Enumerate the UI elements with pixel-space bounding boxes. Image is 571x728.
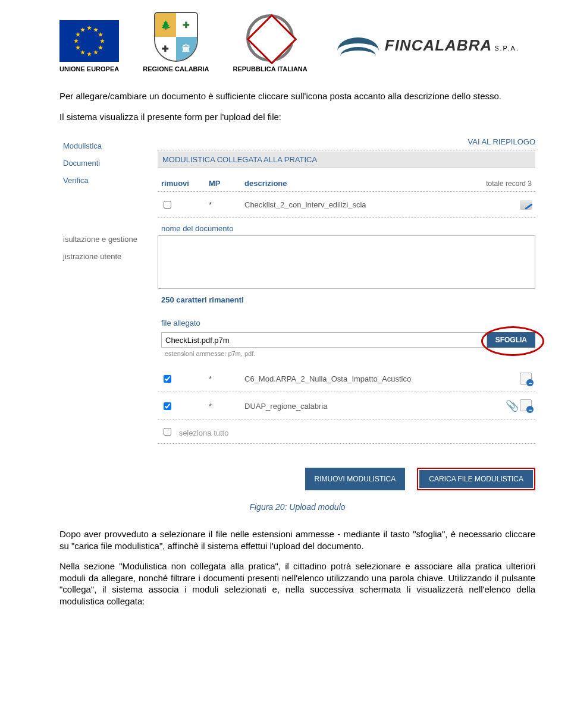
sfoglia-button[interactable]: SFOGLIA (487, 332, 535, 348)
col-total: totale record 3 (486, 179, 532, 188)
panel-title: MODULISTICA COLLEGATA ALLA PRATICA (158, 152, 535, 168)
col-desc: descrizione (244, 179, 486, 188)
logo-eu: ★ ★ ★ ★ ★ ★ ★ ★ ★ ★ ★ ★ UNIONE EUROPEA (59, 20, 119, 73)
doc-remove-icon[interactable] (520, 399, 532, 411)
fincalabra-swoosh-icon (337, 29, 379, 62)
rimuovi-modulistica-button[interactable]: RIMUOVI MODULISTICA (305, 468, 406, 490)
sidebar-item-registr[interactable]: jistrazione utente (59, 248, 158, 265)
sidebar-item-modulistica[interactable]: Modulistica (59, 137, 158, 155)
eu-label: UNIONE EUROPEA (59, 65, 119, 73)
doc-remove-icon[interactable] (520, 373, 532, 385)
riepilogo-link[interactable]: VAI AL RIEPILOGO (158, 137, 535, 150)
nome-doc-textarea[interactable] (158, 235, 535, 289)
sidebar-item-consult[interactable]: isultazione e gestione (59, 231, 158, 248)
intro-para-2: Il sistema visualizza il presente form p… (59, 111, 535, 123)
fincalabra-spa: S.P.A. (494, 45, 519, 52)
calabria-shield-icon: 🌲 ✚ ✚ 🏛 (154, 12, 198, 62)
sidebar: Modulistica Documenti Verifica isultazio… (59, 137, 158, 490)
table-row: * Checklist_2_con_interv_edilizi_scia (158, 192, 535, 218)
row-desc: Checklist_2_con_interv_edilizi_scia (244, 200, 515, 209)
para-after-1: Dopo aver provveduto a selezionare il fi… (59, 528, 535, 551)
row-checkbox[interactable] (164, 375, 171, 383)
select-all-checkbox[interactable] (164, 428, 171, 436)
table-row: * DUAP_regione_calabria 📎 (158, 392, 535, 420)
select-all-label: seleziona tutto (179, 428, 229, 437)
main-area: VAI AL RIEPILOGO MODULISTICA COLLEGATA A… (158, 137, 535, 490)
paperclip-icon[interactable]: 📎 (506, 399, 519, 412)
edit-icon[interactable] (520, 200, 532, 210)
calabria-label: REGIONE CALABRIA (143, 65, 209, 73)
para-after-2: Nella sezione "Modulistica non collegata… (59, 560, 535, 607)
eu-flag-icon: ★ ★ ★ ★ ★ ★ ★ ★ ★ ★ ★ ★ (59, 20, 119, 62)
highlight-rect-icon: CARICA FILE MODULISTICA (417, 468, 535, 490)
select-all[interactable]: seleziona tutto (158, 420, 535, 444)
intro-para-1: Per allegare/cambiare un documento è suf… (59, 90, 535, 102)
col-rimuovi: rimuovi (161, 179, 209, 188)
logo-italia: REPUBBLICA ITALIANA (233, 14, 307, 73)
row-desc: C6_Mod.ARPA_2_Nulla_Osta_Impatto_Acustic… (244, 374, 515, 383)
table-header-row: rimuovi MP descrizione totale record 3 (158, 168, 535, 192)
ext-note: estensioni ammesse: p7m, pdf. (161, 348, 535, 357)
table-row: * C6_Mod.ARPA_2_Nulla_Osta_Impatto_Acust… (158, 365, 535, 392)
row-mp: * (209, 402, 244, 411)
italy-emblem-icon (246, 14, 294, 62)
sidebar-item-verifica[interactable]: Verifica (59, 172, 158, 189)
carica-file-button[interactable]: CARICA FILE MODULISTICA (419, 470, 533, 488)
row-checkbox[interactable] (164, 402, 171, 410)
header-logos: ★ ★ ★ ★ ★ ★ ★ ★ ★ ★ ★ ★ UNIONE EUROPEA (59, 12, 535, 73)
row-desc: DUAP_regione_calabria (244, 402, 502, 411)
italia-label: REPUBBLICA ITALIANA (233, 65, 307, 73)
row-mp: * (209, 374, 244, 383)
logo-calabria: 🌲 ✚ ✚ 🏛 REGIONE CALABRIA (143, 12, 209, 73)
col-mp: MP (209, 179, 244, 188)
figure-caption: Figura 20: Upload modulo (59, 502, 535, 512)
nome-doc-label: nome del documento (158, 218, 535, 235)
bottom-buttons: RIMUOVI MODULISTICA CARICA FILE MODULIST… (158, 468, 535, 490)
file-label: file allegato (161, 313, 535, 330)
app-screenshot: Modulistica Documenti Verifica isultazio… (59, 137, 535, 490)
file-input[interactable] (161, 332, 487, 348)
row-mp: * (209, 200, 244, 209)
fincalabra-name: FINCALABRA (385, 36, 492, 54)
char-count: 250 caratteri rimanenti (158, 291, 535, 304)
logo-fincalabra: FINCALABRAS.P.A. (337, 29, 519, 62)
sidebar-item-documenti[interactable]: Documenti (59, 155, 158, 172)
row-checkbox[interactable] (164, 201, 171, 209)
